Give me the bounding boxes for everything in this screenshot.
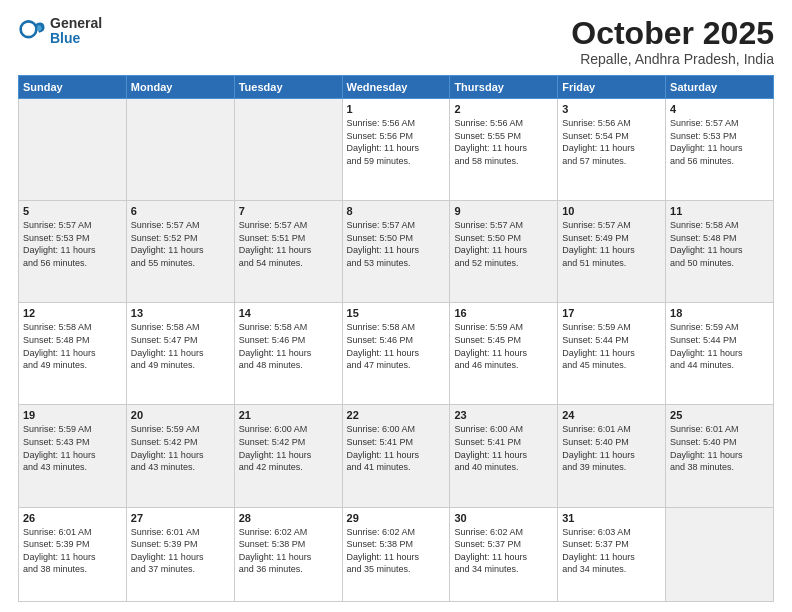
day-info: Sunrise: 6:02 AM Sunset: 5:38 PM Dayligh… <box>347 526 446 576</box>
day-number: 6 <box>131 205 230 217</box>
day-info: Sunrise: 5:56 AM Sunset: 5:56 PM Dayligh… <box>347 117 446 167</box>
table-row: 21Sunrise: 6:00 AM Sunset: 5:42 PM Dayli… <box>234 405 342 507</box>
day-info: Sunrise: 5:59 AM Sunset: 5:44 PM Dayligh… <box>670 321 769 371</box>
day-number: 28 <box>239 512 338 524</box>
calendar-week-row: 1Sunrise: 5:56 AM Sunset: 5:56 PM Daylig… <box>19 99 774 201</box>
day-info: Sunrise: 5:57 AM Sunset: 5:50 PM Dayligh… <box>454 219 553 269</box>
table-row: 8Sunrise: 5:57 AM Sunset: 5:50 PM Daylig… <box>342 201 450 303</box>
table-row: 20Sunrise: 5:59 AM Sunset: 5:42 PM Dayli… <box>126 405 234 507</box>
table-row: 9Sunrise: 5:57 AM Sunset: 5:50 PM Daylig… <box>450 201 558 303</box>
calendar-table: Sunday Monday Tuesday Wednesday Thursday… <box>18 75 774 602</box>
day-info: Sunrise: 6:02 AM Sunset: 5:37 PM Dayligh… <box>454 526 553 576</box>
table-row: 25Sunrise: 6:01 AM Sunset: 5:40 PM Dayli… <box>666 405 774 507</box>
table-row: 13Sunrise: 5:58 AM Sunset: 5:47 PM Dayli… <box>126 303 234 405</box>
day-number: 19 <box>23 409 122 421</box>
table-row: 29Sunrise: 6:02 AM Sunset: 5:38 PM Dayli… <box>342 507 450 601</box>
day-info: Sunrise: 5:57 AM Sunset: 5:49 PM Dayligh… <box>562 219 661 269</box>
table-row: 17Sunrise: 5:59 AM Sunset: 5:44 PM Dayli… <box>558 303 666 405</box>
col-tuesday: Tuesday <box>234 76 342 99</box>
day-info: Sunrise: 5:58 AM Sunset: 5:46 PM Dayligh… <box>239 321 338 371</box>
day-info: Sunrise: 6:00 AM Sunset: 5:41 PM Dayligh… <box>347 423 446 473</box>
col-friday: Friday <box>558 76 666 99</box>
table-row: 19Sunrise: 5:59 AM Sunset: 5:43 PM Dayli… <box>19 405 127 507</box>
day-info: Sunrise: 5:57 AM Sunset: 5:50 PM Dayligh… <box>347 219 446 269</box>
day-number: 24 <box>562 409 661 421</box>
day-number: 22 <box>347 409 446 421</box>
day-info: Sunrise: 5:59 AM Sunset: 5:44 PM Dayligh… <box>562 321 661 371</box>
calendar-week-row: 12Sunrise: 5:58 AM Sunset: 5:48 PM Dayli… <box>19 303 774 405</box>
day-info: Sunrise: 6:02 AM Sunset: 5:38 PM Dayligh… <box>239 526 338 576</box>
table-row: 6Sunrise: 5:57 AM Sunset: 5:52 PM Daylig… <box>126 201 234 303</box>
day-info: Sunrise: 6:01 AM Sunset: 5:40 PM Dayligh… <box>562 423 661 473</box>
day-number: 5 <box>23 205 122 217</box>
col-monday: Monday <box>126 76 234 99</box>
day-info: Sunrise: 5:59 AM Sunset: 5:45 PM Dayligh… <box>454 321 553 371</box>
table-row: 24Sunrise: 6:01 AM Sunset: 5:40 PM Dayli… <box>558 405 666 507</box>
day-info: Sunrise: 6:00 AM Sunset: 5:41 PM Dayligh… <box>454 423 553 473</box>
table-row: 11Sunrise: 5:58 AM Sunset: 5:48 PM Dayli… <box>666 201 774 303</box>
day-info: Sunrise: 5:58 AM Sunset: 5:47 PM Dayligh… <box>131 321 230 371</box>
table-row <box>19 99 127 201</box>
day-info: Sunrise: 5:58 AM Sunset: 5:46 PM Dayligh… <box>347 321 446 371</box>
table-row: 12Sunrise: 5:58 AM Sunset: 5:48 PM Dayli… <box>19 303 127 405</box>
day-number: 13 <box>131 307 230 319</box>
table-row: 2Sunrise: 5:56 AM Sunset: 5:55 PM Daylig… <box>450 99 558 201</box>
title-block: October 2025 Repalle, Andhra Pradesh, In… <box>571 16 774 67</box>
col-sunday: Sunday <box>19 76 127 99</box>
table-row: 30Sunrise: 6:02 AM Sunset: 5:37 PM Dayli… <box>450 507 558 601</box>
table-row: 15Sunrise: 5:58 AM Sunset: 5:46 PM Dayli… <box>342 303 450 405</box>
table-row: 22Sunrise: 6:00 AM Sunset: 5:41 PM Dayli… <box>342 405 450 507</box>
logo-general-text: General <box>50 16 102 31</box>
table-row: 26Sunrise: 6:01 AM Sunset: 5:39 PM Dayli… <box>19 507 127 601</box>
calendar-header-row: Sunday Monday Tuesday Wednesday Thursday… <box>19 76 774 99</box>
day-number: 29 <box>347 512 446 524</box>
page: General Blue October 2025 Repalle, Andhr… <box>0 0 792 612</box>
day-info: Sunrise: 5:56 AM Sunset: 5:55 PM Dayligh… <box>454 117 553 167</box>
day-number: 8 <box>347 205 446 217</box>
logo-icon <box>18 17 46 45</box>
day-number: 12 <box>23 307 122 319</box>
logo: General Blue <box>18 16 102 47</box>
day-number: 23 <box>454 409 553 421</box>
day-number: 3 <box>562 103 661 115</box>
day-info: Sunrise: 5:57 AM Sunset: 5:53 PM Dayligh… <box>670 117 769 167</box>
table-row: 10Sunrise: 5:57 AM Sunset: 5:49 PM Dayli… <box>558 201 666 303</box>
day-number: 4 <box>670 103 769 115</box>
day-number: 2 <box>454 103 553 115</box>
day-info: Sunrise: 5:59 AM Sunset: 5:43 PM Dayligh… <box>23 423 122 473</box>
day-number: 31 <box>562 512 661 524</box>
day-number: 1 <box>347 103 446 115</box>
month-title: October 2025 <box>571 16 774 51</box>
day-number: 27 <box>131 512 230 524</box>
day-number: 11 <box>670 205 769 217</box>
svg-point-0 <box>21 22 37 38</box>
day-number: 20 <box>131 409 230 421</box>
table-row: 7Sunrise: 5:57 AM Sunset: 5:51 PM Daylig… <box>234 201 342 303</box>
table-row: 28Sunrise: 6:02 AM Sunset: 5:38 PM Dayli… <box>234 507 342 601</box>
location: Repalle, Andhra Pradesh, India <box>571 51 774 67</box>
day-number: 15 <box>347 307 446 319</box>
header: General Blue October 2025 Repalle, Andhr… <box>18 16 774 67</box>
day-info: Sunrise: 6:01 AM Sunset: 5:39 PM Dayligh… <box>131 526 230 576</box>
logo-text: General Blue <box>50 16 102 47</box>
day-info: Sunrise: 6:01 AM Sunset: 5:39 PM Dayligh… <box>23 526 122 576</box>
table-row: 3Sunrise: 5:56 AM Sunset: 5:54 PM Daylig… <box>558 99 666 201</box>
day-number: 21 <box>239 409 338 421</box>
day-info: Sunrise: 6:01 AM Sunset: 5:40 PM Dayligh… <box>670 423 769 473</box>
day-info: Sunrise: 5:58 AM Sunset: 5:48 PM Dayligh… <box>670 219 769 269</box>
day-number: 25 <box>670 409 769 421</box>
table-row: 27Sunrise: 6:01 AM Sunset: 5:39 PM Dayli… <box>126 507 234 601</box>
day-info: Sunrise: 6:00 AM Sunset: 5:42 PM Dayligh… <box>239 423 338 473</box>
table-row: 4Sunrise: 5:57 AM Sunset: 5:53 PM Daylig… <box>666 99 774 201</box>
calendar-week-row: 26Sunrise: 6:01 AM Sunset: 5:39 PM Dayli… <box>19 507 774 601</box>
calendar-week-row: 5Sunrise: 5:57 AM Sunset: 5:53 PM Daylig… <box>19 201 774 303</box>
table-row: 14Sunrise: 5:58 AM Sunset: 5:46 PM Dayli… <box>234 303 342 405</box>
table-row: 16Sunrise: 5:59 AM Sunset: 5:45 PM Dayli… <box>450 303 558 405</box>
day-info: Sunrise: 6:03 AM Sunset: 5:37 PM Dayligh… <box>562 526 661 576</box>
day-number: 17 <box>562 307 661 319</box>
day-info: Sunrise: 5:57 AM Sunset: 5:53 PM Dayligh… <box>23 219 122 269</box>
day-number: 14 <box>239 307 338 319</box>
table-row <box>126 99 234 201</box>
table-row: 18Sunrise: 5:59 AM Sunset: 5:44 PM Dayli… <box>666 303 774 405</box>
table-row <box>234 99 342 201</box>
